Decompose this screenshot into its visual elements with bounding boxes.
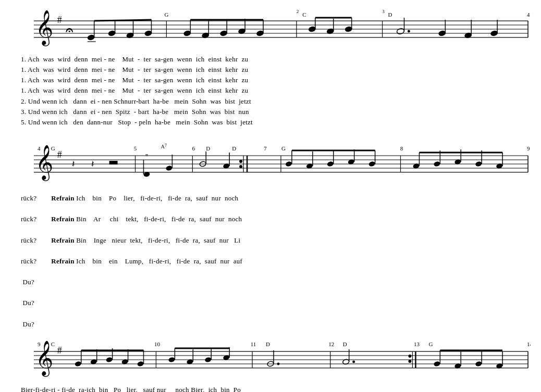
svg-text:≡: ≡ xyxy=(145,152,149,158)
svg-point-45 xyxy=(396,28,404,34)
lyrics-line-2: 1. Ach was wird denn mei - ne Mut - ter … xyxy=(21,65,531,75)
staff-svg-2: 𝄞 # 4 G 5 A7 6 D D 7 G xyxy=(10,134,531,191)
svg-text:#: # xyxy=(57,149,62,160)
lyrics-s2-line-7: Du? xyxy=(21,319,531,330)
svg-point-107 xyxy=(433,161,440,167)
svg-text:D: D xyxy=(266,341,270,347)
lyrics-s2-line-6: Du? xyxy=(21,298,531,308)
svg-text:7: 7 xyxy=(264,145,267,151)
svg-text:12: 12 xyxy=(328,341,334,347)
svg-text:G: G xyxy=(428,341,433,347)
staff-svg-3: 𝄞 # 9 C 10 11 D 12 D 13 G 14 xyxy=(10,336,531,383)
svg-point-141 xyxy=(75,361,82,367)
svg-text:13: 13 xyxy=(414,341,420,347)
svg-text:G: G xyxy=(51,145,55,151)
svg-text:14: 14 xyxy=(527,341,531,347)
lyrics-section-3: Bier-fi-de-ri - fi-de ra-ich bin Po lier… xyxy=(10,383,531,392)
svg-text:A7: A7 xyxy=(161,143,167,149)
lyrics-s2-line-5: Du? xyxy=(21,277,531,287)
svg-point-88 xyxy=(165,165,173,171)
svg-point-171 xyxy=(475,361,482,367)
lyrics-line-6: 3. Und wenn ich dann ei - nen Spitz - ba… xyxy=(21,107,531,117)
lyrics-line-7: 5. Und wenn ich den dann-nur Stop - peln… xyxy=(21,117,531,128)
svg-text:D: D xyxy=(206,145,210,151)
sheet-music: 𝄞 # 𝄐 G 2 C 3 D 4 xyxy=(0,0,541,392)
lyrics-section-2: rück? Refrain Ich bin Po lier, fi-de-ri,… xyxy=(10,191,531,332)
svg-text:4: 4 xyxy=(527,11,530,18)
lyrics-s2-line-3: rück? Refrain Bin Inge nieur tekt, fi-de… xyxy=(21,235,531,246)
svg-text:𝄐: 𝄐 xyxy=(66,23,73,37)
lyrics-s2-line-1: rück? Refrain Ich bin Po lier, fi-de-ri,… xyxy=(21,193,531,204)
svg-text:C: C xyxy=(302,11,306,18)
svg-text:D: D xyxy=(232,145,236,151)
svg-point-131 xyxy=(408,360,411,363)
svg-point-68 xyxy=(239,160,242,163)
svg-text:D: D xyxy=(343,341,347,347)
lyrics-s2-line-4: rück? Refrain Ich bin ein Lump, fi-de-ri… xyxy=(21,256,531,267)
refrain-bold-2: Refrain xyxy=(51,215,74,223)
section-3: 𝄞 # 9 C 10 11 D 12 D 13 G 14 xyxy=(10,336,531,392)
svg-point-166 xyxy=(352,360,355,363)
svg-text:8: 8 xyxy=(400,145,403,151)
svg-text:6: 6 xyxy=(192,145,195,151)
staff-svg-1: 𝄞 # 𝄐 G 2 C 3 D 4 xyxy=(10,5,531,52)
svg-point-98 xyxy=(327,161,334,167)
svg-point-152 xyxy=(168,357,175,363)
lyrics-line-4: 1. Ach was wird denn mei - ne Mut - ter … xyxy=(21,85,531,96)
lyrics-s3-line-1: Bier-fi-de-ri - fi-de ra-ich bin Po lier… xyxy=(21,385,531,392)
refrain-bold-3: Refrain xyxy=(51,236,74,244)
svg-point-102 xyxy=(368,161,376,167)
svg-point-111 xyxy=(475,161,482,167)
lyrics-line-5: 2. Und wenn ich dann ei - nen Schnurr-ba… xyxy=(21,96,531,107)
section-2: 𝄞 # 4 G 5 A7 6 D D 7 G xyxy=(10,134,531,332)
svg-text:9: 9 xyxy=(527,145,530,151)
svg-line-26 xyxy=(94,20,152,21)
svg-text:3: 3 xyxy=(382,9,385,14)
svg-text:#: # xyxy=(57,15,62,25)
svg-point-167 xyxy=(433,361,440,367)
svg-point-69 xyxy=(239,165,242,168)
svg-text:G: G xyxy=(281,145,286,151)
svg-point-163 xyxy=(277,362,279,365)
svg-text:4: 4 xyxy=(38,145,41,151)
svg-text:9: 9 xyxy=(38,341,41,347)
svg-point-145 xyxy=(106,357,113,363)
svg-text:5: 5 xyxy=(134,145,137,151)
svg-text:11: 11 xyxy=(251,341,256,347)
lyrics-s2-line-2: rück? Refrain Bin Ar chi tekt, fi-de-ri,… xyxy=(21,214,531,224)
svg-point-130 xyxy=(408,355,411,358)
svg-text:2: 2 xyxy=(297,9,299,14)
svg-text:C: C xyxy=(51,341,55,347)
refrain-bold-4: Refrain xyxy=(51,257,74,265)
svg-text:𝄞: 𝄞 xyxy=(35,10,53,46)
svg-point-47 xyxy=(408,30,410,32)
lyrics-line-3: 1. Ach was wird denn mei - ne Mut - ter … xyxy=(21,75,531,85)
svg-point-149 xyxy=(137,361,144,367)
svg-rect-84 xyxy=(109,161,118,165)
svg-point-94 xyxy=(285,161,292,167)
lyrics-line-1: 1. Ach was wird denn mei - ne Mut - ter … xyxy=(21,54,531,65)
svg-text:#: # xyxy=(57,345,62,356)
svg-point-156 xyxy=(204,357,212,363)
section-1: 𝄞 # 𝄐 G 2 C 3 D 4 xyxy=(10,5,531,130)
svg-text:D: D xyxy=(388,11,392,18)
refrain-bold-1: Refrain xyxy=(51,194,74,202)
svg-text:G: G xyxy=(164,11,168,18)
svg-text:10: 10 xyxy=(154,341,160,347)
lyrics-section-1: 1. Ach was wird denn mei - ne Mut - ter … xyxy=(10,52,531,130)
